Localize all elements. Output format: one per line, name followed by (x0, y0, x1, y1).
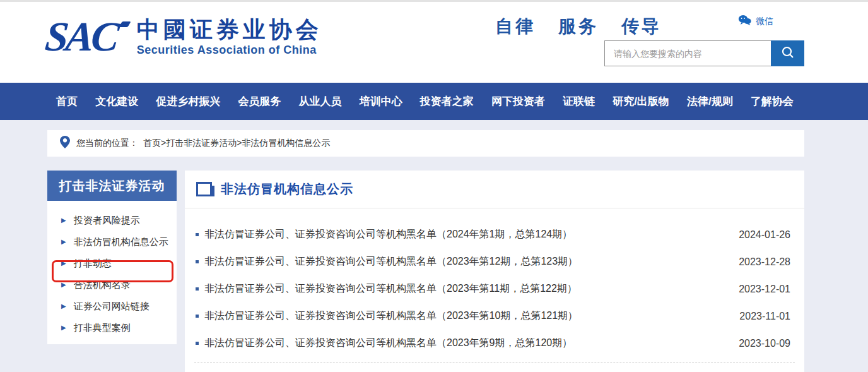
article-row[interactable]: 非法仿冒证券公司、证券投资咨询公司等机构黑名单（2023年第10期，总第121期… (185, 303, 804, 330)
square-bullet-icon (196, 233, 199, 236)
search-button[interactable] (771, 40, 804, 66)
nav-item-practitioners[interactable]: 从业人员 (299, 94, 342, 109)
wechat-label: 微信 (756, 16, 773, 27)
nav-item-offline-investors[interactable]: 网下投资者 (491, 94, 545, 109)
site-header: SAC 中國证券业协会 Securities Association of Ch… (0, 0, 868, 83)
triangle-bullet-icon: ▶ (61, 282, 66, 288)
sidebar-item-anti-illegal-news[interactable]: ▶ 打非动态 (47, 253, 177, 274)
square-bullet-icon (196, 287, 199, 291)
sidebar: 打击非法证券活动 ▶ 投资者风险提示 ▶ 非法仿冒机构信息公示 ▶ 打非动态 ▶… (47, 171, 177, 344)
article-title[interactable]: 非法仿冒证券公司、证券投资咨询公司等机构黑名单（2023年第9期，总第120期） (204, 337, 572, 350)
slogan-word: 自律 (495, 15, 536, 39)
sidebar-item-legal-institution-directory[interactable]: ▶ 合法机构名录 (47, 274, 177, 296)
triangle-bullet-icon: ▶ (61, 239, 66, 245)
article-date: 2024-01-26 (726, 229, 790, 241)
sidebar-item-investor-risk-alerts[interactable]: ▶ 投资者风险提示 (47, 210, 177, 231)
article-row[interactable]: 非法仿冒证券公司、证券投资咨询公司等机构黑名单（2023年第11期，总第122期… (185, 275, 804, 303)
square-bullet-icon (196, 342, 199, 345)
site-title-english: Securities Association of China (137, 44, 322, 57)
sidebar-item-typical-cases[interactable]: ▶ 打非典型案例 (47, 317, 177, 339)
nav-item-laws-rules[interactable]: 法律/规则 (687, 94, 733, 109)
article-list: 非法仿冒证券公司、证券投资咨询公司等机构黑名单（2024年第1期，总第124期）… (185, 208, 804, 357)
sidebar-item-fake-institution-disclosure[interactable]: ▶ 非法仿冒机构信息公示 (47, 231, 177, 253)
triangle-bullet-icon: ▶ (61, 325, 66, 331)
article-title[interactable]: 非法仿冒证券公司、证券投资咨询公司等机构黑名单（2023年第11期，总第122期… (204, 282, 577, 296)
article-title[interactable]: 非法仿冒证券公司、证券投资咨询公司等机构黑名单（2023年第12期，总第123期… (204, 255, 578, 268)
search-icon (780, 45, 795, 62)
nav-item-investor-home[interactable]: 投资者之家 (420, 94, 474, 109)
article-row[interactable]: 非法仿冒证券公司、证券投资咨询公司等机构黑名单（2024年第1期，总第124期）… (185, 221, 804, 248)
nav-item-zhenglian-chain[interactable]: 证联链 (563, 94, 595, 109)
nav-item-home[interactable]: 首页 (56, 94, 78, 109)
triangle-bullet-icon: ▶ (61, 303, 66, 309)
square-bullet-icon (196, 260, 199, 263)
wechat-link[interactable]: 微信 (738, 15, 773, 28)
nav-item-member-services[interactable]: 会员服务 (238, 94, 281, 109)
slogan-word: 传导 (621, 15, 662, 39)
sidebar-list: ▶ 投资者风险提示 ▶ 非法仿冒机构信息公示 ▶ 打非动态 ▶ 合法机构名录 ▶… (47, 201, 177, 339)
breadcrumb: 您当前的位置： 首页>打击非法证券活动>非法仿冒机构信息公示 (47, 130, 804, 157)
main-nav-items: 首页 文化建设 促进乡村振兴 会员服务 从业人员 培训中心 投资者之家 网下投资… (56, 83, 794, 120)
site-slogan: 自律 服务 传导 (495, 15, 662, 39)
nav-item-about[interactable]: 了解协会 (751, 94, 794, 109)
location-pin-icon (60, 136, 70, 151)
article-date: 2023-11-01 (727, 311, 790, 322)
triangle-bullet-icon: ▶ (61, 217, 66, 224)
main-nav: 首页 文化建设 促进乡村振兴 会员服务 从业人员 培训中心 投资者之家 网下投资… (0, 83, 868, 120)
breadcrumb-prefix: 您当前的位置： (76, 138, 138, 149)
nav-item-culture[interactable]: 文化建设 (95, 94, 138, 109)
sac-logo-acronym: SAC (44, 16, 128, 57)
wechat-icon (738, 15, 752, 28)
article-title[interactable]: 非法仿冒证券公司、证券投资咨询公司等机构黑名单（2023年第10期，总第121期… (204, 309, 578, 323)
triangle-bullet-icon: ▶ (61, 260, 66, 267)
page: SAC 中國证券业协会 Securities Association of Ch… (0, 0, 868, 372)
nav-item-rural-revitalization[interactable]: 促进乡村振兴 (156, 94, 220, 109)
search-bar (604, 40, 804, 66)
documents-icon (196, 182, 212, 196)
sac-logo[interactable]: SAC 中國证券业协会 Securities Association of Ch… (45, 16, 322, 57)
nav-item-training-center[interactable]: 培训中心 (360, 94, 402, 109)
article-date: 2023-10-09 (726, 338, 790, 349)
article-date: 2023-12-01 (726, 284, 790, 295)
section-titlebar: 非法仿冒机构信息公示 (185, 171, 804, 208)
article-row[interactable]: 非法仿冒证券公司、证券投资咨询公司等机构黑名单（2023年第9期，总第120期）… (185, 330, 804, 357)
section-title: 非法仿冒机构信息公示 (221, 181, 353, 198)
breadcrumb-path[interactable]: 首页>打击非法证券活动>非法仿冒机构信息公示 (143, 138, 330, 149)
sidebar-item-securities-company-links[interactable]: ▶ 证券公司网站链接 (47, 296, 177, 317)
square-bullet-icon (196, 315, 199, 318)
article-row[interactable]: 非法仿冒证券公司、证券投资咨询公司等机构黑名单（2023年第12期，总第123期… (185, 248, 804, 275)
main-content: 非法仿冒机构信息公示 非法仿冒证券公司、证券投资咨询公司等机构黑名单（2024年… (185, 171, 804, 372)
site-title-chinese: 中國证券业协会 (137, 17, 322, 42)
sidebar-title: 打击非法证券活动 (47, 171, 177, 201)
slogan-word: 服务 (558, 15, 599, 39)
sac-logo-text: 中國证券业协会 Securities Association of China (137, 17, 322, 57)
article-title[interactable]: 非法仿冒证券公司、证券投资咨询公司等机构黑名单（2024年第1期，总第124期） (204, 228, 572, 241)
article-date: 2023-12-28 (726, 256, 790, 268)
dashed-divider (194, 363, 795, 363)
nav-item-research-publications[interactable]: 研究/出版物 (613, 94, 669, 109)
search-input[interactable] (604, 40, 771, 66)
